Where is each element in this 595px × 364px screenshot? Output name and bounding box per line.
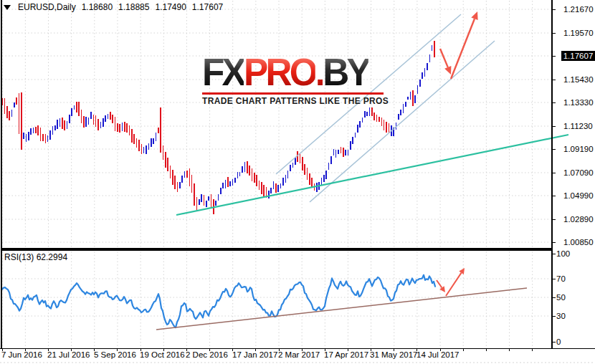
mt4-chart-window: EURUSD,Daily 1.18680 1.18885 1.17490 1.1… — [0, 0, 595, 364]
logo-dot: . — [315, 50, 323, 93]
chart-header: EURUSD,Daily 1.18680 1.18885 1.17490 1.1… — [4, 2, 223, 12]
symbol-marker-icon — [4, 5, 11, 10]
ohlc-high: 1.18885 — [118, 2, 149, 12]
rsi-plot — [2, 268, 527, 330]
symbol-period-label: EURUSD,Daily — [18, 2, 76, 12]
ohlc-low: 1.17490 — [155, 2, 186, 12]
fxpro-logo-text: FXPRO.BY — [202, 53, 378, 90]
logo-fx: FX — [202, 50, 244, 93]
ohlc-open: 1.18680 — [82, 2, 113, 12]
logo-tagline: TRADE CHART PATTERNS LIKE THE PROS — [202, 96, 387, 106]
ohlc-close: 1.17607 — [192, 2, 223, 12]
current-price-tag: 1.17607 — [561, 51, 595, 61]
fxpro-watermark: FXPRO.BY TRADE CHART PATTERNS LIKE THE P… — [202, 53, 387, 106]
logo-pro: PRO — [244, 50, 315, 93]
indicator-label: RSI(13) 62.2994 — [4, 252, 67, 262]
logo-by: BY — [323, 50, 368, 93]
